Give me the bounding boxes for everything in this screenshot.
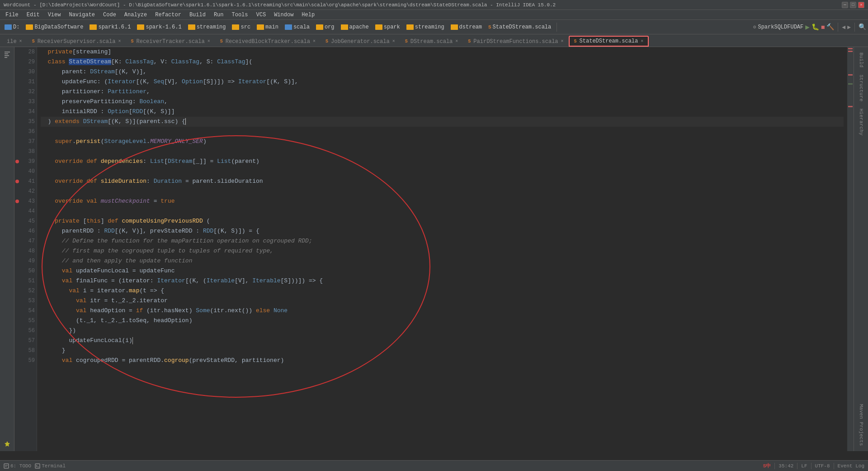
run-button[interactable]: ▶ — [805, 23, 810, 32]
tab-jg-close[interactable]: × — [392, 39, 395, 44]
menu-tools[interactable]: Tools — [228, 11, 252, 19]
gutter-53: 53 — [14, 296, 37, 306]
scala-icon-rt: S — [131, 39, 133, 44]
toolbar-folder-streaming[interactable]: streaming — [185, 23, 229, 31]
build-button[interactable]: 🔨 — [826, 23, 834, 31]
tab-statedstream[interactable]: S StateDStream.scala × — [569, 36, 649, 47]
menu-refactor[interactable]: Refactor — [151, 11, 185, 19]
menu-code[interactable]: Code — [99, 11, 120, 19]
toolbar-folder-main[interactable]: main — [254, 23, 281, 31]
gutter-59: 59 — [14, 356, 37, 366]
back-button[interactable]: ◀ — [842, 24, 845, 31]
toolbar-folder-streaming2[interactable]: streaming — [404, 23, 447, 31]
menu-help[interactable]: Help — [298, 11, 318, 19]
toolbar-folder-apache[interactable]: apache — [338, 23, 372, 31]
menu-vcs[interactable]: VCS — [253, 11, 270, 19]
toolbar-folder-spark-161[interactable]: spark-1.6.1 — [134, 23, 184, 31]
tab-pd-close[interactable]: × — [561, 39, 564, 44]
gutter-54: 54 — [14, 306, 37, 316]
terminal-panel[interactable]: Terminal — [35, 463, 66, 469]
menu-analyze[interactable]: Analyze — [121, 11, 151, 19]
run-config-name[interactable]: SparkSQLDFUDAF — [758, 24, 803, 30]
tab-rbt-close[interactable]: × — [313, 39, 316, 44]
stop-button[interactable]: ◼ — [821, 23, 825, 31]
svg-rect-5 — [4, 464, 9, 468]
tab-jg-label: JobGenerator.scala — [331, 38, 390, 45]
s-icon[interactable]: S中 — [763, 462, 771, 469]
toolbar-folder-spark161[interactable]: spark1.6.1 — [87, 23, 133, 31]
code-line-46: parentRDD : RDD[(K, V)], prevStateRDD : … — [41, 226, 844, 236]
tab-receiversupervisor[interactable]: S ReceiverSupervisor.scala × — [27, 36, 126, 47]
tab-receivertracker[interactable]: S ReceiverTracker.scala × — [126, 36, 215, 47]
tab-sd-close[interactable]: × — [641, 39, 643, 44]
minimize-button[interactable]: ─ — [842, 2, 848, 8]
toolbar-folder-bigdata[interactable]: BigDataSoftware — [23, 23, 86, 31]
code-line-32: partitioner: Partitioner, — [41, 87, 844, 97]
svg-rect-7 — [5, 466, 7, 466]
sidebar-build[interactable]: Build — [858, 49, 865, 71]
gutter-31: 31 — [14, 77, 37, 87]
svg-marker-4 — [5, 441, 10, 447]
toolbar-folder-src[interactable]: src — [229, 23, 253, 31]
tab-pd-label: PairDStreamFunctions.scala — [473, 38, 558, 45]
search-button[interactable]: 🔍 — [859, 23, 866, 31]
code-line-28: private[streaming] — [41, 47, 844, 57]
tab-jobgenerator[interactable]: S JobGenerator.scala × — [321, 36, 400, 47]
toolbar-separator-1 — [557, 23, 557, 32]
code-editor[interactable]: private[streaming] class StateDStream[K:… — [37, 47, 847, 451]
sidebar-maven[interactable]: Maven Projects — [858, 400, 865, 449]
code-line-49: // and then apply the update function — [41, 256, 844, 266]
folder-icon-bigdata — [26, 24, 33, 30]
tab-dstream[interactable]: S DStream.scala × — [400, 36, 463, 47]
menu-window[interactable]: Window — [270, 11, 297, 19]
toolbar-file-statedstream[interactable]: S StateDStream.scala — [486, 23, 554, 31]
menu-navigate[interactable]: Navigate — [65, 11, 99, 19]
code-line-57: updateFuncLocal(i) — [41, 336, 844, 346]
menu-build[interactable]: Build — [186, 11, 209, 19]
tab-rbt-label: ReceivedBlockTracker.scala — [226, 38, 310, 45]
toolbar-folder-d[interactable]: D: — [2, 23, 22, 31]
sidebar-structure[interactable]: Structure — [858, 71, 865, 105]
encoding[interactable]: UTF-8 — [815, 463, 830, 469]
bottom-sep-4 — [834, 463, 834, 469]
code-area[interactable]: 28 29 30 31 32 33 34 35 36 37 38 39 40 4… — [14, 47, 854, 451]
scroll-indicator[interactable] — [847, 47, 854, 451]
tab-ile-close[interactable]: × — [19, 39, 22, 44]
tab-ds-close[interactable]: × — [455, 39, 458, 44]
menu-edit[interactable]: Edit — [23, 11, 43, 19]
code-line-30: parent: DStream[(K, V)], — [41, 67, 844, 77]
maximize-button[interactable]: □ — [850, 2, 856, 8]
sidebar-structure[interactable] — [2, 49, 13, 60]
debug-button[interactable]: 🐛 — [811, 23, 819, 31]
code-line-52: val i = iterator.map(t => { — [41, 286, 844, 296]
tab-rt-close[interactable]: × — [208, 39, 210, 44]
gutter-37: 37 — [14, 137, 37, 147]
todo-panel[interactable]: 6: TODO — [4, 463, 31, 469]
svg-rect-0 — [5, 52, 10, 52]
code-line-50: val updateFuncLocal = updateFunc — [41, 266, 844, 276]
tab-receivedblocktracker[interactable]: S ReceivedBlockTracker.scala × — [215, 36, 321, 47]
tab-ds-label: DStream.scala — [410, 38, 453, 45]
line-ending[interactable]: LF — [801, 463, 807, 469]
tab-pairdstream[interactable]: S PairDStreamFunctions.scala × — [463, 36, 568, 47]
code-line-38 — [41, 147, 844, 157]
close-button[interactable]: ✕ — [858, 2, 864, 8]
code-line-37: super.persist(StorageLevel.MEMORY_ONLY_S… — [41, 137, 844, 147]
sidebar-hierarchy[interactable]: Hierarchy — [858, 105, 865, 139]
toolbar-folder-scala[interactable]: scala — [282, 23, 312, 31]
folder-icon-scala — [285, 24, 292, 30]
left-sidebar — [0, 47, 14, 451]
menu-view[interactable]: View — [44, 11, 65, 19]
forward-button[interactable]: ▶ — [847, 24, 851, 31]
code-line-48: // first map the cogrouped tuple to tupl… — [41, 246, 844, 256]
menu-run[interactable]: Run — [210, 11, 227, 19]
sidebar-favorites[interactable] — [2, 438, 13, 449]
toolbar-folder-spark[interactable]: spark — [373, 23, 403, 31]
toolbar-folder-dstream[interactable]: dstream — [448, 23, 485, 31]
tab-rs-close[interactable]: × — [118, 39, 121, 44]
tab-ile[interactable]: ile × — [2, 36, 27, 47]
menu-file[interactable]: File — [2, 11, 22, 19]
event-log[interactable]: Event Log — [838, 463, 864, 469]
toolbar-folder-org[interactable]: org — [313, 23, 337, 31]
scala-icon-jg: S — [326, 39, 328, 44]
